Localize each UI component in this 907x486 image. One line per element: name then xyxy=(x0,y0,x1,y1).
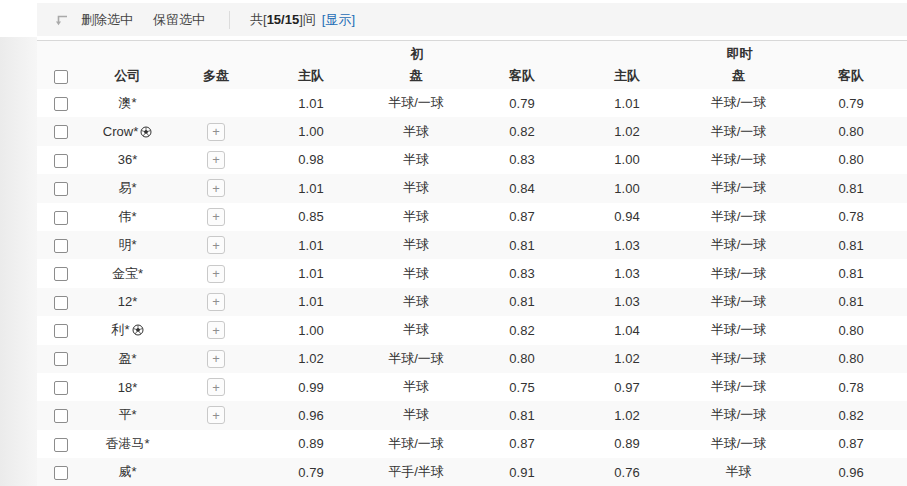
expand-multi-button[interactable]: + xyxy=(207,151,225,169)
init-handicap: 半球 xyxy=(360,373,472,401)
expand-multi-button[interactable]: + xyxy=(207,406,225,424)
return-arrow-icon xyxy=(53,12,69,28)
company-cell: 金宝* xyxy=(85,259,170,287)
live-home-odds: 1.02 xyxy=(572,117,682,145)
row-checkbox[interactable] xyxy=(54,381,68,395)
live-home-odds: 0.89 xyxy=(572,430,682,458)
expand-multi-button[interactable]: + xyxy=(207,321,225,339)
table-row: 平* + 0.96 半球 0.81 1.02 半球/一球 0.82 xyxy=(37,401,907,429)
row-checkbox[interactable] xyxy=(54,296,68,310)
init-away-odds: 0.87 xyxy=(472,203,572,231)
init-handicap: 半球/一球 xyxy=(360,89,472,117)
init-away-odds: 0.75 xyxy=(472,373,572,401)
row-checkbox[interactable] xyxy=(54,409,68,423)
init-away-odds: 0.81 xyxy=(472,231,572,259)
init-away-odds: 0.83 xyxy=(472,259,572,287)
init-home-odds: 1.01 xyxy=(262,259,360,287)
keep-selected-button[interactable]: 保留选中 xyxy=(153,11,205,29)
odds-table: 初 即时 公司 多盘 主队 盘 客队 主队 盘 客队 澳* 1.01 半球/一球… xyxy=(37,40,907,486)
company-label: 伟* xyxy=(118,209,136,224)
table-row: 利* + 1.00 半球 0.82 1.04 半球/一球 0.80 xyxy=(37,316,907,344)
col-header-live-away: 客队 xyxy=(795,63,907,89)
multi-cell: + xyxy=(170,316,262,344)
col-header-multi: 多盘 xyxy=(170,63,262,89)
init-handicap: 半球 xyxy=(360,259,472,287)
company-cell: 利* xyxy=(85,316,170,344)
multi-cell: + xyxy=(170,117,262,145)
company-cell: 盈* xyxy=(85,345,170,373)
column-header-row: 公司 多盘 主队 盘 客队 主队 盘 客队 xyxy=(37,63,907,89)
company-label: 盈* xyxy=(118,351,136,366)
expand-multi-button[interactable]: + xyxy=(207,350,225,368)
row-checkbox[interactable] xyxy=(54,97,68,111)
live-away-odds: 0.78 xyxy=(795,203,907,231)
expand-multi-button[interactable]: + xyxy=(207,293,225,311)
expand-multi-button[interactable]: + xyxy=(207,265,225,283)
company-cell: 易* xyxy=(85,174,170,202)
init-home-odds: 0.99 xyxy=(262,373,360,401)
company-cell: 澳* xyxy=(85,89,170,117)
row-checkbox[interactable] xyxy=(54,182,68,196)
live-away-odds: 0.96 xyxy=(795,458,907,486)
company-label: 36* xyxy=(118,152,138,167)
expand-multi-button[interactable]: + xyxy=(207,236,225,254)
live-handicap: 半球/一球 xyxy=(682,259,795,287)
select-all-checkbox[interactable] xyxy=(54,70,68,84)
init-home-odds: 0.85 xyxy=(262,203,360,231)
table-row: 易* + 1.01 半球 0.84 1.00 半球/一球 0.81 xyxy=(37,174,907,202)
live-handicap: 半球/一球 xyxy=(682,373,795,401)
table-row: 盈* + 1.02 半球/一球 0.80 1.02 半球/一球 0.80 xyxy=(37,345,907,373)
expand-multi-button[interactable]: + xyxy=(207,378,225,396)
table-row: 36* + 0.98 半球 0.83 1.00 半球/一球 0.80 xyxy=(37,146,907,174)
init-away-odds: 0.84 xyxy=(472,174,572,202)
live-home-odds: 0.94 xyxy=(572,203,682,231)
row-checkbox[interactable] xyxy=(54,352,68,366)
live-handicap: 半球/一球 xyxy=(682,345,795,373)
live-home-odds: 1.00 xyxy=(572,146,682,174)
live-home-odds: 0.97 xyxy=(572,373,682,401)
company-label: 12* xyxy=(118,294,138,309)
live-handicap: 半球 xyxy=(682,458,795,486)
row-checkbox[interactable] xyxy=(54,324,68,338)
row-checkbox[interactable] xyxy=(54,466,68,480)
init-home-odds: 0.96 xyxy=(262,401,360,429)
init-handicap: 半球 xyxy=(360,203,472,231)
live-handicap: 半球/一球 xyxy=(682,316,795,344)
init-home-odds: 1.01 xyxy=(262,288,360,316)
company-cell: Crow* xyxy=(85,117,170,145)
live-handicap: 半球/一球 xyxy=(682,203,795,231)
live-away-odds: 0.78 xyxy=(795,373,907,401)
live-away-odds: 0.80 xyxy=(795,316,907,344)
col-header-live-handicap: 盘 xyxy=(682,63,795,89)
row-checkbox[interactable] xyxy=(54,211,68,225)
company-label: 金宝* xyxy=(112,266,143,281)
table-row: 金宝* + 1.01 半球 0.83 1.03 半球/一球 0.81 xyxy=(37,259,907,287)
row-checkbox[interactable] xyxy=(54,154,68,168)
live-handicap: 半球/一球 xyxy=(682,146,795,174)
multi-cell xyxy=(170,89,262,117)
row-checkbox[interactable] xyxy=(54,125,68,139)
expand-multi-button[interactable]: + xyxy=(207,179,225,197)
company-label: Crow* xyxy=(103,124,138,139)
live-away-odds: 0.81 xyxy=(795,174,907,202)
row-checkbox[interactable] xyxy=(54,267,68,281)
init-handicap: 半球/一球 xyxy=(360,345,472,373)
toolbar-divider xyxy=(229,11,230,29)
company-label: 18* xyxy=(118,380,138,395)
show-link[interactable]: [显示] xyxy=(322,11,355,29)
live-away-odds: 0.81 xyxy=(795,288,907,316)
row-checkbox[interactable] xyxy=(54,239,68,253)
expand-multi-button[interactable]: + xyxy=(207,123,225,141)
col-header-init-handicap: 盘 xyxy=(360,63,472,89)
company-label: 利* xyxy=(111,322,129,337)
delete-selected-button[interactable]: 删除选中 xyxy=(81,11,133,29)
init-away-odds: 0.81 xyxy=(472,288,572,316)
multi-cell xyxy=(170,430,262,458)
init-home-odds: 0.79 xyxy=(262,458,360,486)
bookmaker-count-value: 15/15 xyxy=(267,12,300,27)
row-checkbox[interactable] xyxy=(54,438,68,452)
table-row: 澳* 1.01 半球/一球 0.79 1.01 半球/一球 0.79 xyxy=(37,89,907,117)
multi-cell: + xyxy=(170,288,262,316)
expand-multi-button[interactable]: + xyxy=(207,208,225,226)
live-home-odds: 1.00 xyxy=(572,174,682,202)
